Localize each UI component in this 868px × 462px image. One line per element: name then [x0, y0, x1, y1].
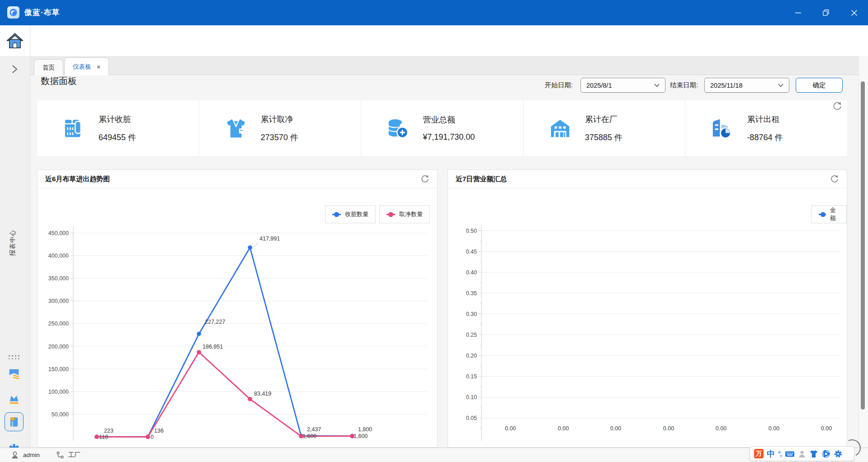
start-date-label: 开始日期:	[545, 81, 573, 90]
sidebar-item-apps[interactable]	[4, 349, 24, 365]
vertical-scrollbar[interactable]	[859, 56, 868, 448]
ime-keyboard-icon[interactable]	[785, 449, 795, 458]
tabstrip: 首页 仪表板 ×	[30, 56, 858, 75]
sidebar-item-vip[interactable]	[4, 391, 24, 407]
card-value: 649455 件	[99, 132, 136, 143]
svg-text:0.20: 0.20	[466, 353, 477, 359]
end-date-select[interactable]: 2025/11/18	[704, 78, 789, 93]
card-title: 累计取净	[261, 114, 298, 125]
app-title: 傲蓝·布草	[24, 0, 60, 25]
svg-text:0.25: 0.25	[466, 332, 477, 338]
trend-chart-header: 近6月布草进出趋势图	[38, 170, 437, 189]
trend-chart-title: 近6月布草进出趋势图	[45, 175, 420, 184]
end-date-label: 结束日期:	[670, 81, 698, 90]
revenue-chart-title: 近7日营业额汇总	[456, 175, 830, 184]
card-value: 375885 件	[585, 132, 623, 143]
scrollbar-thumb[interactable]	[861, 81, 865, 410]
card-rented-out: 累计出租 -88764 件	[685, 100, 847, 156]
svg-text:150,000: 150,000	[48, 366, 69, 372]
laundry-basket-icon	[61, 116, 86, 141]
start-date-value: 2025/8/1	[586, 82, 654, 89]
tab-dashboard-label: 仪表板	[73, 63, 91, 71]
svg-text:0.50: 0.50	[466, 228, 477, 234]
svg-text:0.15: 0.15	[466, 373, 477, 380]
svg-text:100,000: 100,000	[48, 389, 69, 395]
statusbar-factory[interactable]: 工厂	[56, 451, 80, 459]
confirm-button[interactable]: 确定	[796, 78, 843, 93]
close-button[interactable]	[840, 0, 868, 25]
svg-text:2,437: 2,437	[307, 426, 321, 433]
restore-button[interactable]	[812, 0, 840, 25]
ime-language-icon[interactable]: 中	[767, 448, 775, 459]
svg-text:50,000: 50,000	[52, 411, 69, 418]
end-date-value: 2025/11/18	[710, 82, 778, 89]
statusbar-factory-label: 工厂	[68, 451, 80, 459]
svg-text:0.00: 0.00	[558, 425, 569, 432]
home-button[interactable]	[6, 32, 24, 50]
svg-text:0.00: 0.00	[821, 425, 832, 432]
user-icon	[11, 451, 19, 459]
ime-wheel-icon[interactable]	[821, 449, 830, 458]
sidebar-item-reports-selected[interactable]	[5, 412, 24, 431]
tab-dashboard[interactable]: 仪表板 ×	[64, 57, 109, 75]
ime-skin-icon[interactable]	[809, 449, 818, 458]
svg-text:300,000: 300,000	[48, 298, 69, 304]
card-in-factory: 累计在厂 375885 件	[523, 100, 685, 156]
svg-text:227,227: 227,227	[205, 319, 225, 325]
svg-text:1,600: 1,600	[302, 433, 316, 439]
card-collected-clean: 累计取净 273570 件	[199, 100, 361, 156]
stats-cards-panel: 累计收脏 649455 件 累计取净 273570 件 营业总额	[37, 100, 847, 156]
coins-plus-icon	[386, 116, 410, 141]
chevron-down-icon	[778, 84, 783, 87]
card-total-revenue: 营业总额 ¥7,191,730.00	[361, 100, 523, 156]
svg-text:136: 136	[154, 428, 164, 434]
statusbar: admin 工厂	[0, 448, 868, 462]
svg-text:110: 110	[99, 434, 108, 440]
svg-text:0.35: 0.35	[466, 290, 477, 297]
card-value: -88764 件	[747, 132, 783, 143]
dots-grid-icon	[9, 355, 20, 359]
refresh-icon[interactable]	[832, 101, 842, 111]
ime-brand-icon[interactable]: 万	[754, 449, 764, 458]
refresh-icon[interactable]	[420, 174, 429, 184]
ime-toolbar[interactable]: 万 中 °,	[750, 446, 854, 461]
svg-text:0.00: 0.00	[610, 425, 621, 432]
ime-user-icon[interactable]	[798, 449, 806, 458]
app-logo-icon	[7, 6, 19, 19]
start-date-select[interactable]: 2025/8/1	[580, 78, 665, 93]
tab-close-icon[interactable]: ×	[97, 63, 101, 71]
card-title: 累计收脏	[99, 114, 136, 125]
banner-icon	[7, 367, 21, 380]
svg-text:186,951: 186,951	[203, 344, 223, 350]
rental-pie-icon	[710, 116, 734, 141]
page-title: 数据面板	[41, 75, 77, 87]
svg-text:0: 0	[151, 434, 154, 440]
svg-text:0.10: 0.10	[466, 394, 477, 401]
trend-chart: 450,000400,000350,000300,000250,000200,0…	[37, 188, 438, 448]
svg-text:0.30: 0.30	[466, 311, 477, 317]
revenue-chart: 0.500.450.400.350.300.250.200.150.100.05…	[448, 188, 847, 448]
ime-settings-icon[interactable]	[834, 449, 843, 458]
svg-text:350,000: 350,000	[48, 275, 69, 282]
svg-text:417,991: 417,991	[259, 236, 280, 242]
card-value: ¥7,191,730.00	[423, 132, 475, 142]
card-collected-dirty: 累计收脏 649455 件	[37, 100, 199, 156]
svg-text:250,000: 250,000	[48, 321, 69, 327]
ime-punctuation-icon[interactable]: °,	[778, 450, 782, 457]
clean-shirt-icon	[224, 116, 248, 141]
expand-sidebar-button[interactable]	[9, 63, 20, 75]
revenue-chart-header: 近7日营业额汇总	[448, 170, 847, 189]
titlebar: 傲蓝·布草	[0, 0, 868, 25]
svg-text:83,419: 83,419	[254, 391, 271, 397]
statusbar-username: admin	[23, 452, 40, 458]
sidebar-item-workflow[interactable]	[4, 365, 24, 382]
svg-text:450,000: 450,000	[48, 230, 69, 236]
branch-icon	[56, 451, 64, 459]
statusbar-user[interactable]: admin	[11, 451, 40, 459]
minimize-button[interactable]	[784, 0, 812, 25]
refresh-icon[interactable]	[830, 174, 839, 184]
factory-icon	[548, 116, 572, 141]
tab-home[interactable]: 首页	[34, 59, 63, 75]
sidebar-rail: 报表中心	[0, 56, 30, 448]
toolbar-row	[0, 25, 868, 57]
